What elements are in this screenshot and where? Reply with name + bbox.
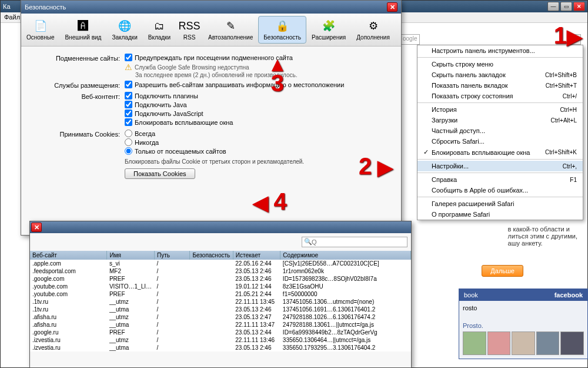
col-header[interactable]: Безопасность xyxy=(190,251,233,260)
col-header[interactable]: Истекает xyxy=(233,251,280,260)
next-block: Дальше xyxy=(482,265,523,277)
facebook-widget: book facebook rosto Prosto. xyxy=(459,289,588,359)
next-button[interactable]: Дальше xyxy=(482,265,523,277)
menu-item[interactable]: Сообщить в Apple об ошибках... xyxy=(417,185,583,195)
avatar[interactable] xyxy=(487,331,511,355)
menu-item[interactable]: Галерея расширений Safari xyxy=(417,198,583,209)
menu-item[interactable]: Частный доступ... xyxy=(417,125,583,136)
tab-icon: 📄 xyxy=(32,19,49,33)
avatar[interactable] xyxy=(560,331,584,355)
cookies-visited-radio[interactable]: Только от посещаемых сайтов xyxy=(125,147,392,155)
cookies-table: Веб-сайтИмяПутьБезопасностьИстекаетСодер… xyxy=(30,251,411,352)
col-header[interactable]: Имя xyxy=(107,251,155,260)
settings-toolbar: 📄Основные🅰Внешний вид🌐Закладки🗂ВкладкиRS… xyxy=(21,14,401,47)
menu-file[interactable]: Файл xyxy=(4,14,20,21)
tab-icon: RSS xyxy=(181,19,198,33)
settings-body: Подмененные сайты: Предупреждать при пос… xyxy=(21,47,401,188)
tab-icon: ⚙ xyxy=(365,19,382,33)
tab-icon: 🌐 xyxy=(116,19,133,33)
tab-Безопасность[interactable]: 🔒Безопасность xyxy=(258,16,306,44)
close-button[interactable]: ✕ xyxy=(573,2,585,11)
tab-RSS[interactable]: RSSRSS xyxy=(176,16,203,44)
cookies-always-radio[interactable]: Всегда xyxy=(125,130,392,137)
menu-item[interactable]: ЗагрузкиCtrl+Alt+L xyxy=(417,115,583,125)
search-icon: 🔍 xyxy=(304,238,312,246)
tab-Автозаполнение[interactable]: ✎Автозаполнение xyxy=(203,16,258,44)
table-row[interactable]: .google.comPREF/23.05.13 2:46ID=15736982… xyxy=(30,275,411,283)
table-row[interactable]: .1tv.ru__utmz/22.11.11 13:45137451056.13… xyxy=(30,298,411,306)
cookies-dialog: ✕ 🔍 Веб-сайтИмяПутьБезопасностьИстекаетС… xyxy=(29,221,412,368)
menu-item[interactable]: Скрыть строку меню xyxy=(417,59,583,69)
table-row[interactable]: .google.ruPREF/23.05.13 2:44ID=6a9993844… xyxy=(30,329,411,336)
menu-item[interactable]: Показать строку состоянияCtrl+/ xyxy=(417,91,583,101)
menu-item[interactable]: О программе Safari xyxy=(417,209,583,220)
address-fragment: oogle xyxy=(400,34,420,45)
table-row[interactable]: .youtube.comVISITO…1_LIVE/19.01.12 1:448… xyxy=(30,283,411,290)
fb-avatars xyxy=(463,331,584,355)
tab-Закладки[interactable]: 🌐Закладки xyxy=(106,16,142,44)
avatar[interactable] xyxy=(536,331,560,355)
popup-checkbox[interactable]: Блокировать всплывающие окна xyxy=(125,118,392,126)
cookies-accept-label: Принимать Cookies: xyxy=(31,130,125,138)
settings-titlebar[interactable]: Безопасность ✕ xyxy=(21,1,401,14)
table-row[interactable]: .afisha.ru__utma/22.11.11 13:47247928188… xyxy=(30,321,411,329)
table-row[interactable]: .izvestia.ru__utma/23.05.13 2:46335650.1… xyxy=(30,344,411,352)
fraud-warning: ⚠Служба Google Safe Browsing недоступна xyxy=(125,62,392,72)
avatar[interactable] xyxy=(512,331,535,355)
maximize-button[interactable]: ▭ xyxy=(560,2,572,11)
minimize-button[interactable]: — xyxy=(547,2,559,11)
tab-Дополнения[interactable]: ⚙Дополнения xyxy=(351,16,395,44)
cookies-table-wrap: Веб-сайтИмяПутьБезопасностьИстекаетСодер… xyxy=(30,251,411,354)
menu-item[interactable]: Показать панель вкладокCtrl+Shift+T xyxy=(417,80,583,91)
tab-Вкладки[interactable]: 🗂Вкладки xyxy=(143,16,176,44)
fraud-warning2: За последнее время (2 дн.) обновлений не… xyxy=(135,72,392,78)
menu-item[interactable]: ✓Блокировать всплывающие окнаCtrl+Shift+… xyxy=(417,147,583,158)
cookies-titlebar[interactable]: ✕ xyxy=(30,221,411,233)
plugins-checkbox[interactable]: Подключить плагины xyxy=(125,92,392,100)
gear-icon[interactable]: ⚙ xyxy=(570,34,581,45)
close-icon[interactable]: ✕ xyxy=(31,223,42,232)
location-checkbox[interactable]: Разрешить веб-сайтам запрашивать информа… xyxy=(125,81,392,88)
js-checkbox[interactable]: Подключить JavaScript xyxy=(125,110,392,117)
fb-link[interactable]: Prosto. xyxy=(463,322,584,329)
col-header[interactable]: Путь xyxy=(155,251,190,260)
tab-Основные[interactable]: 📄Основные xyxy=(21,16,59,44)
tab-icon: 🗂 xyxy=(151,19,168,33)
fraud-checkbox[interactable]: Предупреждать при посещении подмененного… xyxy=(125,54,392,61)
settings-dialog: Безопасность ✕ 📄Основные🅰Внешний вид🌐Зак… xyxy=(21,0,402,236)
table-row[interactable]: .apple.coms_vi/22.05.16 2:44[CS]v1|26ED5… xyxy=(30,260,411,267)
col-header[interactable]: Веб-сайт xyxy=(30,251,107,260)
table-row[interactable]: .afisha.ru__utmz/23.05.13 2:47247928188.… xyxy=(30,313,411,321)
location-label: Службы размещения: xyxy=(31,81,125,89)
table-row[interactable]: .youtube.comPREF/21.05.21 2:44f1=5000000… xyxy=(30,290,411,298)
show-cookies-button[interactable]: Показать Cookies xyxy=(125,168,195,179)
menu-item[interactable]: Настройки...Ctrl+, xyxy=(417,161,583,171)
facebook-logo: facebook xyxy=(554,291,583,299)
table-row[interactable]: .feedsportal.comMF2/23.05.13 2:461r1romn… xyxy=(30,267,411,275)
facebook-header: book facebook xyxy=(459,289,587,301)
cookies-never-radio[interactable]: Никогда xyxy=(125,138,392,146)
cookies-thirdparty-note: Блокировать файлы Cookie от третьих стор… xyxy=(125,158,392,165)
settings-title-text: Безопасность xyxy=(25,4,66,11)
warning-icon: ⚠ xyxy=(125,62,132,72)
tab-Расширения[interactable]: 🧩Расширения xyxy=(306,16,351,44)
java-checkbox[interactable]: Подключить Java xyxy=(125,101,392,108)
close-icon[interactable]: ✕ xyxy=(387,2,397,12)
app-title: Ка xyxy=(3,3,11,10)
menu-item[interactable]: Настроить панель инструментов... xyxy=(417,45,583,56)
table-row[interactable]: .izvestia.ru__utmz/22.11.11 13:46335650.… xyxy=(30,336,411,344)
bg-text: в какой-то области и литься этим с други… xyxy=(508,226,577,247)
tab-icon: 🅰 xyxy=(75,19,91,33)
avatar[interactable] xyxy=(463,331,486,355)
menu-item[interactable]: Скрыть панель закладокCtrl+Shift+B xyxy=(417,69,583,80)
tab-Внешний вид[interactable]: 🅰Внешний вид xyxy=(59,16,106,44)
fraud-label: Подмененные сайты: xyxy=(31,54,125,62)
tab-icon: 🧩 xyxy=(320,19,337,33)
webcontent-label: Веб-контент: xyxy=(31,92,125,100)
menu-item[interactable]: СправкаF1 xyxy=(417,174,583,185)
col-header[interactable]: Содержимое xyxy=(280,251,411,260)
menu-item[interactable]: Сбросить Safari... xyxy=(417,136,583,147)
table-row[interactable]: .1tv.ru__utma/23.05.13 2:46137451056.169… xyxy=(30,306,411,313)
menu-item[interactable]: ИсторияCtrl+H xyxy=(417,104,583,115)
cookies-search-input[interactable] xyxy=(302,237,407,247)
